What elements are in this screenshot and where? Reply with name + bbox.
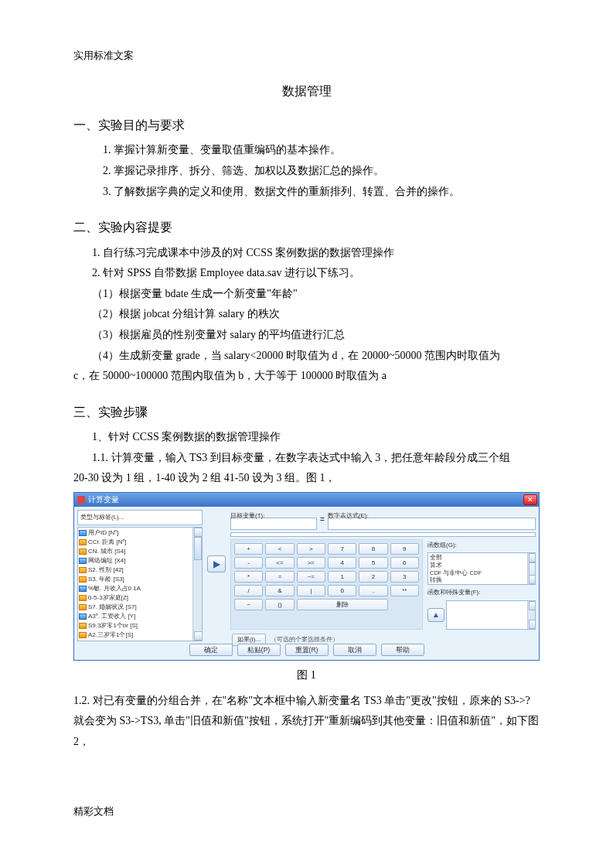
page-footer: 精彩文档: [73, 802, 114, 822]
keypad-button[interactable]: >: [297, 543, 325, 555]
keypad-button[interactable]: <=: [265, 557, 294, 569]
keypad-button[interactable]: -: [234, 557, 263, 569]
variable-icon: [79, 632, 87, 638]
arrow-up-button[interactable]: ▲: [427, 608, 444, 622]
expression-box[interactable]: [230, 532, 536, 537]
variable-row[interactable]: S3. 年龄 [S3]: [79, 575, 201, 584]
s2-item-1: 1. 自行练习完成课本中涉及的对 CCSS 案例数据的数据管理操作: [92, 243, 540, 264]
func-group-item[interactable]: 当前日期/时间: [430, 584, 533, 585]
variable-icon: [79, 558, 87, 564]
keypad-button[interactable]: 删除: [297, 599, 388, 610]
keypad-button[interactable]: **: [390, 585, 419, 596]
variable-row[interactable]: S2. 性别 [42]: [79, 566, 201, 575]
keypad-button[interactable]: =: [265, 571, 294, 583]
variable-label: S2. 性别 [42]: [88, 566, 124, 575]
variable-row[interactable]: S7. 婚姻状况 [S7]: [79, 603, 201, 612]
keypad-button[interactable]: >=: [297, 557, 325, 569]
variable-label: 用户ID [Nº]: [88, 528, 118, 538]
keypad-button[interactable]: ~=: [297, 571, 325, 583]
variable-row[interactable]: CCr. 距离 [Nº]: [79, 538, 201, 547]
variable-row[interactable]: CN. 城市 [S4]: [79, 547, 201, 556]
dialog-button[interactable]: 取消: [333, 644, 376, 656]
section-1-heading: 一、实验目的与要求: [73, 114, 540, 137]
section-3-heading: 三、实验步骤: [73, 401, 540, 424]
keypad-button[interactable]: ~: [234, 599, 263, 610]
variable-label: 0-5-3岁家庭[Z]: [88, 593, 128, 603]
keypad-button[interactable]: 7: [328, 543, 356, 555]
expr-input-top[interactable]: [328, 518, 536, 530]
variable-icon: [79, 623, 87, 629]
close-icon[interactable]: ✕: [523, 494, 537, 505]
arrow-right-button[interactable]: ▶: [207, 555, 226, 572]
func-group-item[interactable]: CDF 与非中心 CDF: [430, 569, 533, 577]
variable-label: %敏. 月收入占0.1A: [88, 584, 141, 593]
scrollbar[interactable]: [527, 601, 535, 629]
section-2-heading: 二、实验内容提要: [73, 216, 540, 239]
keypad-button[interactable]: |: [297, 585, 325, 596]
variable-row[interactable]: A3.1 经济恢...: [79, 640, 201, 641]
keypad-button[interactable]: +: [234, 543, 263, 555]
dialog-button[interactable]: 帮助: [381, 644, 424, 656]
func-group-list[interactable]: 全部算术CDF 与非中心 CDF转换当前日期/时间日期运算: [427, 552, 536, 585]
variable-row[interactable]: 网络编址 [X4]: [79, 556, 201, 566]
keypad-button[interactable]: /: [234, 585, 263, 596]
variable-icon: [79, 567, 87, 573]
dialog-button[interactable]: 粘贴(P): [237, 644, 281, 656]
keypad-button[interactable]: 6: [390, 557, 419, 569]
variable-row[interactable]: 用户ID [Nº]: [79, 528, 201, 538]
variable-label: S9.3岁零1个br [S]: [88, 621, 138, 630]
variable-row[interactable]: A3º. 工资收入 [Y]: [79, 612, 201, 621]
equals-label: =: [320, 512, 325, 530]
variable-icon: [79, 576, 87, 583]
type-label-button[interactable]: 类型与标签(L)...: [77, 510, 203, 525]
keypad-button[interactable]: *: [234, 571, 263, 583]
keypad-button[interactable]: 8: [359, 543, 387, 555]
func-var-label: 函数和特殊变量(F):: [427, 586, 536, 598]
variable-icon: [79, 548, 87, 555]
func-group-item[interactable]: 转换: [430, 576, 533, 584]
dialog-button[interactable]: 重置(R): [285, 644, 329, 656]
variable-row[interactable]: %敏. 月收入占0.1A: [79, 584, 201, 593]
keypad-button[interactable]: 9: [390, 543, 419, 555]
keypad-button[interactable]: &: [265, 585, 294, 596]
dialog-button[interactable]: 确定: [189, 644, 233, 656]
keypad-button[interactable]: 3: [390, 571, 419, 583]
target-var-input[interactable]: [230, 518, 317, 530]
keypad-button[interactable]: 4: [328, 557, 356, 569]
variable-list[interactable]: 用户ID [Nº]CCr. 距离 [Nº]CN. 城市 [S4]网络编址 [X4…: [77, 527, 203, 641]
func-group-item[interactable]: 全部: [430, 554, 533, 562]
variable-label: 网络编址 [X4]: [88, 556, 125, 566]
s2-item-4: （2）根据 jobcat 分组计算 salary 的秩次: [92, 304, 540, 325]
scrollbar[interactable]: [527, 553, 535, 584]
s2-item-6: （4）生成新变量 grade，当 salary<20000 时取值为 d，在 2…: [92, 346, 540, 367]
keypad-button[interactable]: 0: [328, 585, 356, 596]
para-1-2: 1.2. 对已有变量的分组合并，在"名称"文本框中输入新变量名 TS3 单击"更…: [73, 691, 540, 753]
variable-row[interactable]: A2.三岁零1个[S]: [79, 630, 201, 640]
variable-label: S3. 年龄 [S3]: [88, 575, 124, 584]
variable-row[interactable]: 0-5-3岁家庭[Z]: [79, 593, 201, 603]
keypad-button[interactable]: .: [359, 585, 387, 596]
spss-dialog: 计算变量 ✕ 类型与标签(L)... 用户ID [Nº]CCr. 距离 [Nº]…: [73, 492, 540, 661]
variable-row[interactable]: S9.3岁零1个br [S]: [79, 621, 201, 630]
func-group-label: 函数组(G):: [427, 539, 536, 551]
keypad: +<>789-<=>=456*=~=123/&|0.**~()删除: [230, 539, 423, 630]
variable-label: S7. 婚姻状况 [S7]: [88, 603, 137, 612]
s3-p1: 1、针对 CCSS 案例数据的数据管理操作: [73, 427, 540, 448]
keypad-button[interactable]: 2: [359, 571, 387, 583]
keypad-button[interactable]: <: [265, 543, 294, 555]
variable-label: A3º. 工资收入 [Y]: [88, 612, 135, 621]
keypad-button[interactable]: 5: [359, 557, 387, 569]
variable-icon: [79, 586, 87, 592]
scrollbar[interactable]: [192, 528, 202, 641]
func-group-item[interactable]: 算术: [430, 562, 533, 569]
s2-item-2: 2. 针对 SPSS 自带数据 Employee data.sav 进行以下练习…: [92, 263, 540, 284]
figure-1-caption: 图 1: [73, 665, 540, 686]
func-var-list[interactable]: [446, 600, 536, 630]
s2-item-5: （3）根据雇员的性别变量对 salary 的平均值进行汇总: [92, 325, 540, 346]
spss-title-text: 计算变量: [88, 492, 119, 507]
keypad-button[interactable]: 1: [328, 571, 356, 583]
keypad-button[interactable]: (): [265, 599, 294, 610]
target-var-label: 目标变量(T):: [230, 510, 317, 517]
s1-item-2: 2. 掌握记录排序、拆分、筛选、加权以及数据汇总的操作。: [103, 161, 540, 182]
variable-label: CCr. 距离 [Nº]: [88, 538, 127, 547]
